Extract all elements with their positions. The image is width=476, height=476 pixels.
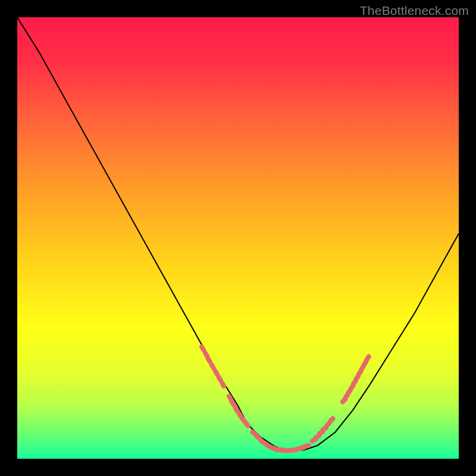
plot-background (17, 17, 459, 459)
chart-svg (17, 17, 459, 459)
watermark-text: TheBottleneck.com (360, 4, 469, 18)
chart-frame (17, 17, 459, 459)
